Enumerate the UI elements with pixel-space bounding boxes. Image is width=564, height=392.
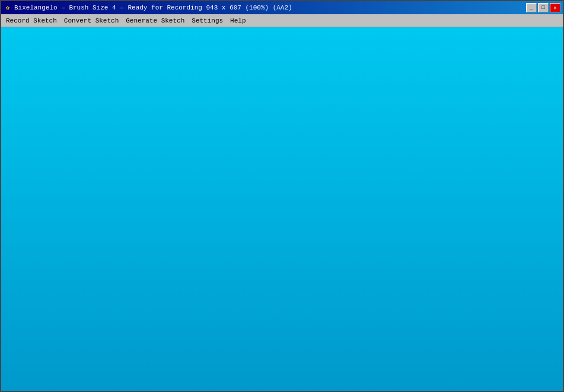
menu-help[interactable]: Help [227, 16, 249, 26]
menu-convert-sketch[interactable]: Convert Sketch [60, 16, 122, 26]
title-bar-left: ✿ Bixelangelo – Brush Size 4 – Ready for… [4, 4, 292, 12]
window-controls: _ □ ✕ [526, 3, 560, 12]
minimize-button[interactable]: _ [526, 3, 537, 12]
menu-record-sketch[interactable]: Record Sketch [2, 16, 60, 26]
menu-bar: Record Sketch Convert Sketch Generate Sk… [1, 14, 563, 27]
menu-settings[interactable]: Settings [188, 16, 227, 26]
canvas-area[interactable] [1, 27, 563, 391]
app-icon: ✿ [4, 4, 12, 12]
maximize-button[interactable]: □ [538, 3, 549, 12]
main-window: ✿ Bixelangelo – Brush Size 4 – Ready for… [0, 0, 564, 392]
title-bar: ✿ Bixelangelo – Brush Size 4 – Ready for… [1, 1, 563, 14]
close-button[interactable]: ✕ [550, 3, 560, 12]
menu-generate-sketch[interactable]: Generate Sketch [122, 16, 188, 26]
window-title: Bixelangelo – Brush Size 4 – Ready for R… [14, 4, 292, 11]
